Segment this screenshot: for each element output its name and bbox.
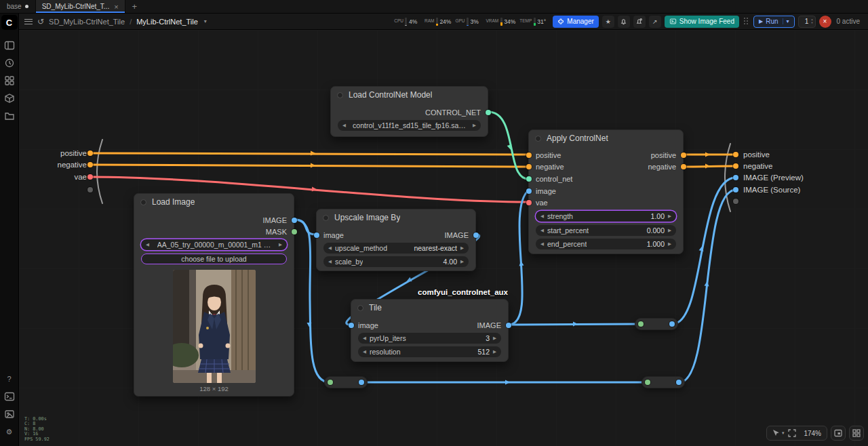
reroute-input-slot[interactable] xyxy=(645,380,650,385)
input-slot-image[interactable] xyxy=(349,323,354,328)
increment-arrow-icon[interactable]: ▶ xyxy=(668,214,671,219)
decrement-arrow-icon[interactable]: ◀ xyxy=(540,214,544,219)
input-slot-positive[interactable] xyxy=(526,153,532,158)
output-slot-mask[interactable] xyxy=(292,229,297,235)
model-library-icon[interactable] xyxy=(1,91,18,106)
workspace-tab-base[interactable]: base xyxy=(0,0,36,13)
input-slot-image[interactable] xyxy=(314,232,319,238)
clear-queue-button[interactable]: × xyxy=(819,16,831,28)
increment-arrow-icon[interactable]: ▶ xyxy=(668,241,671,247)
tab-close-icon[interactable]: × xyxy=(114,3,118,11)
tab-active-workflow[interactable]: SD_MyLib-CtrlNet_T... × xyxy=(36,0,125,13)
graph-input-add-slot[interactable] xyxy=(87,187,93,192)
node-header[interactable]: Upscale Image By xyxy=(317,209,475,226)
widget-start-percent[interactable]: ◀ start_percent 0.000 ▶ xyxy=(536,225,676,236)
increment-arrow-icon[interactable]: ▶ xyxy=(668,228,671,233)
uploaded-image-preview[interactable] xyxy=(173,270,256,383)
terminal-icon[interactable] xyxy=(1,389,18,404)
pointer-tool-button[interactable] xyxy=(769,426,783,440)
pointer-tool-caret-icon[interactable]: ▾ xyxy=(782,430,785,436)
output-slot-image[interactable] xyxy=(506,323,511,328)
decrement-arrow-icon[interactable]: ◀ xyxy=(540,228,544,233)
reroute-node[interactable] xyxy=(642,376,685,388)
drag-handle-icon[interactable] xyxy=(744,18,749,25)
reroute-node[interactable] xyxy=(635,318,678,330)
reroute-output-slot[interactable] xyxy=(669,321,675,327)
input-slot-image[interactable] xyxy=(526,188,532,194)
collapse-dot-icon[interactable] xyxy=(337,92,343,98)
decrement-arrow-icon[interactable]: ◀ xyxy=(363,349,366,354)
node-header[interactable]: Tile xyxy=(351,300,508,316)
graph-output-negative-slot[interactable] xyxy=(733,163,738,169)
combo-prev-icon[interactable]: ◀ xyxy=(342,123,346,128)
notification-bell-icon[interactable] xyxy=(633,16,646,28)
settings-gear-icon[interactable]: ⚙ xyxy=(1,424,18,439)
decrement-arrow-icon[interactable]: ◀ xyxy=(363,336,366,341)
collapse-dot-icon[interactable] xyxy=(535,136,541,142)
combo-next-icon[interactable]: ▶ xyxy=(460,245,464,251)
decrement-arrow-icon[interactable]: ◀ xyxy=(328,259,332,264)
external-link-icon[interactable]: ↗ xyxy=(649,16,661,28)
combo-next-icon[interactable]: ▶ xyxy=(279,242,282,247)
stepper-arrows-icon[interactable]: ▲▼ xyxy=(811,18,814,25)
zoom-level[interactable]: 174% xyxy=(800,430,825,437)
decrement-arrow-icon[interactable]: ◀ xyxy=(540,241,544,247)
image-file-combo[interactable]: ◀ AA_05_try_00000_m_00001_m1 … ▶ xyxy=(141,239,287,250)
comfyui-logo[interactable]: C xyxy=(1,15,18,30)
widget-resolution[interactable]: ◀ resolution 512 ▶ xyxy=(358,346,501,357)
minimap-button[interactable] xyxy=(831,426,846,441)
input-slot-negative[interactable] xyxy=(526,164,532,169)
input-slot-control-net[interactable] xyxy=(526,176,532,182)
node-library-icon[interactable] xyxy=(1,73,18,88)
toggle-panel-button[interactable] xyxy=(849,426,864,441)
graph-output-image-source-slot[interactable] xyxy=(733,187,738,192)
star-icon[interactable]: ★ xyxy=(602,16,614,28)
output-slot-image[interactable] xyxy=(473,232,479,238)
widget-strength[interactable]: ◀ strength 1.00 ▶ xyxy=(536,211,676,222)
increment-arrow-icon[interactable]: ▶ xyxy=(493,336,496,341)
fit-view-button[interactable] xyxy=(785,426,799,440)
node-tile[interactable]: comfyui_controlnet_aux Tile image IMAGE … xyxy=(351,299,509,362)
widget-pyrup-iters[interactable]: ◀ pyrUp_iters 3 ▶ xyxy=(358,333,501,344)
collapse-dot-icon[interactable] xyxy=(357,305,363,311)
breadcrumb-directory[interactable]: SD_MyLib-CtrlNet_Tile xyxy=(49,18,125,26)
reroute-node[interactable] xyxy=(324,376,368,388)
node-apply-controlnet[interactable]: Apply ControlNet positive positive negat… xyxy=(528,129,684,254)
help-icon[interactable]: ? xyxy=(1,371,18,386)
sidebar-panel-toggle-icon[interactable] xyxy=(1,38,18,53)
node-graph-canvas[interactable]: positive negative vae positive negative … xyxy=(19,30,868,446)
combo-prev-icon[interactable]: ◀ xyxy=(328,245,332,251)
graph-input-vae-slot[interactable] xyxy=(87,174,93,180)
chevron-down-icon[interactable]: ▾ xyxy=(204,18,207,24)
run-options-caret-icon[interactable]: ▾ xyxy=(783,18,789,24)
workflows-icon[interactable] xyxy=(1,108,18,123)
run-button[interactable]: ▶ Run ▾ xyxy=(753,16,795,28)
node-header[interactable]: Load Image xyxy=(134,194,294,210)
node-upscale-image-by[interactable]: Upscale Image By image IMAGE ◀ upscale_m… xyxy=(316,209,476,271)
controlnet-name-combo[interactable]: ◀ control_v11f1e_sd15_tile_fp16.sa… ▶ xyxy=(338,120,481,131)
new-tab-button[interactable]: + xyxy=(125,0,144,13)
collapse-dot-icon[interactable] xyxy=(323,215,329,221)
node-header[interactable]: Apply ControlNet xyxy=(529,130,683,146)
collapse-dot-icon[interactable] xyxy=(140,199,146,205)
graph-input-positive-slot[interactable] xyxy=(87,150,93,156)
batch-count-input[interactable]: 1 ▲▼ xyxy=(798,16,816,28)
output-slot-positive[interactable] xyxy=(681,153,686,158)
show-image-feed-button[interactable]: Show Image Feed xyxy=(665,16,739,28)
menu-hamburger-icon[interactable] xyxy=(24,19,33,24)
increment-arrow-icon[interactable]: ▶ xyxy=(460,259,464,264)
output-slot-image[interactable] xyxy=(292,218,297,223)
graph-output-image-preview-slot[interactable] xyxy=(733,175,738,180)
graph-output-positive-slot[interactable] xyxy=(733,152,738,157)
breadcrumb-workflow-name[interactable]: MyLib-CtrlNet_Tile xyxy=(136,18,198,26)
gallery-icon[interactable] xyxy=(1,407,18,422)
graph-output-add-slot[interactable] xyxy=(733,199,738,204)
combo-prev-icon[interactable]: ◀ xyxy=(146,242,149,247)
increment-arrow-icon[interactable]: ▶ xyxy=(493,349,496,354)
reroute-input-slot[interactable] xyxy=(638,321,644,327)
reroute-output-slot[interactable] xyxy=(676,380,682,385)
node-load-controlnet-model[interactable]: Load ControlNet Model CONTROL_NET ◀ cont… xyxy=(330,86,488,137)
output-slot-negative[interactable] xyxy=(681,164,686,169)
widget-scale-by[interactable]: ◀ scale_by 4.00 ▶ xyxy=(323,256,469,267)
node-load-image[interactable]: Load Image IMAGE MASK ◀ AA_05_try_00000_… xyxy=(134,193,294,397)
